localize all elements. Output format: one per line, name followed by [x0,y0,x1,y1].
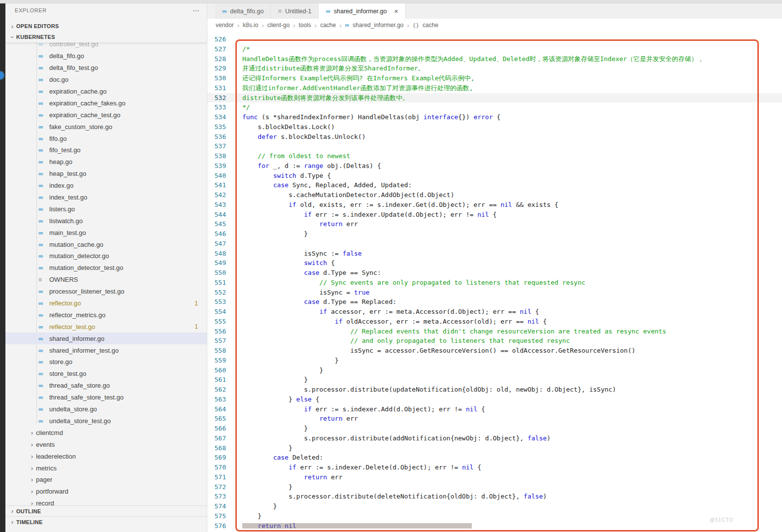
file-tree-item-shared_informer-go[interactable]: ∞shared_informer.go [5,332,207,344]
folder-tree-item-events[interactable]: ›events [5,438,207,450]
activity-bar[interactable] [0,3,5,532]
code-line-549[interactable]: 549 switch { [207,258,782,268]
code-line-540[interactable]: 540 switch d.Type { [207,171,782,181]
file-tree-item-listers-go[interactable]: ∞listers.go [5,203,207,215]
code-line-533[interactable]: 533*/ [207,102,782,112]
folder-tree-item-portforward[interactable]: ›portforward [5,486,207,498]
code-line-568[interactable]: 568 } [207,443,782,453]
file-tree-item-reflector_test-go[interactable]: ∞reflector_test.go1 [5,321,207,332]
code-line-547[interactable]: 547 [207,239,782,249]
file-tree-item-owners[interactable]: ≡OWNERS [5,274,207,286]
horizontal-scrollbar-thumb[interactable] [242,523,472,529]
file-tree-item-index-go[interactable]: ∞index.go [5,180,207,192]
code-line-569[interactable]: 569 case Deleted: [207,453,782,463]
code-line-571[interactable]: 571 return err [207,472,782,482]
code-line-538[interactable]: 538 // from oldest to newest [207,151,782,161]
code-line-567[interactable]: 567 s.processor.distribute(addNotificati… [207,433,782,443]
code-line-572[interactable]: 572 } [207,482,782,492]
breadcrumb-item-client-go[interactable]: client-go [267,22,290,29]
code-line-564[interactable]: 564 if err := s.indexer.Add(d.Object); e… [207,404,782,414]
file-tree-item-delta_fifo-go[interactable]: ∞delta_fifo.go [5,50,207,62]
file-tree-item-mutation_detector-go[interactable]: ∞mutation_detector.go [5,250,207,262]
code-line-530[interactable]: 530还记得Informers Example代码示例吗? 在Informers… [207,73,782,83]
code-line-539[interactable]: 539 for _, d := range obj.(Deltas) { [207,161,782,171]
code-line-541[interactable]: 541 case Sync, Replaced, Added, Updated: [207,180,782,190]
code-line-527[interactable]: 527/* [207,44,782,54]
tab-shared_informer-go[interactable]: ∞shared_informer.go× [319,3,405,19]
file-tree-item-delta_fifo_test-go[interactable]: ∞delta_fifo_test.go [5,62,207,74]
code-line-570[interactable]: 570 if err := s.indexer.Delete(d.Object)… [207,463,782,472]
code-line-526[interactable]: 526 [207,34,782,44]
code-line-565[interactable]: 565 return err [207,414,782,424]
code-line-542[interactable]: 542 s.cacheMutationDetector.AddObject(d.… [207,190,782,200]
breadcrumb-item-cache[interactable]: cache [320,22,336,29]
folder-tree-item-record[interactable]: ›record [5,498,207,505]
code-line-535[interactable]: 535 s.blockDeltas.Lock() [207,122,782,132]
file-tree-item-fifo-go[interactable]: ∞fifo.go [5,133,207,144]
code-line-556[interactable]: 556 // Replaced events that didn't chang… [207,327,782,336]
code-line-537[interactable]: 537 [207,141,782,151]
breadcrumb-item-tools[interactable]: tools [298,22,311,29]
file-tree-item-processor_listener_test-go[interactable]: ∞processor_listener_test.go [5,286,207,298]
file-tree-item-undelta_store_test-go[interactable]: ∞undelta_store_test.go [5,415,207,427]
code-line-558[interactable]: 558 isSync = accessor.GetResourceVersion… [207,346,782,356]
code-line-575[interactable]: 575 } [207,511,782,521]
breadcrumb-item-file[interactable]: shared_informer.go [353,22,403,29]
tab-untitled-1[interactable]: ≡Untitled-1 [271,3,319,19]
timeline-section[interactable]: › TIMELINE [5,516,207,527]
file-tree-item-heap_test-go[interactable]: ∞heap_test.go [5,168,207,180]
breadcrumb-item-symbol[interactable]: cache [423,22,438,29]
file-tree-item-controller_test-go[interactable]: ∞controller_test.go [5,42,207,50]
code-line-545[interactable]: 545 return err [207,219,782,229]
code-line-536[interactable]: 536 defer s.blockDeltas.Unlock() [207,132,782,142]
folder-tree-item-clientcmd[interactable]: ›clientcmd [5,427,207,438]
code-line-532[interactable]: 532distribute函数则将资源对象分发到该事件处理函数中。 [207,93,782,103]
code-line-573[interactable]: 573 s.processor.distribute(deleteNotific… [207,492,782,501]
folder-tree-item-leaderelection[interactable]: ›leaderelection [5,450,207,462]
file-tree-item-reflector-go[interactable]: ∞reflector.go1 [5,298,207,309]
file-tree-item-fifo_test-go[interactable]: ∞fifo_test.go [5,144,207,156]
close-icon[interactable]: × [394,7,398,15]
file-tree-item-expiration_cache-go[interactable]: ∞expiration_cache.go [5,86,207,98]
file-tree-item-undelta_store-go[interactable]: ∞undelta_store.go [5,403,207,415]
file-tree-item-thread_safe_store-go[interactable]: ∞thread_safe_store.go [5,380,207,392]
outline-section[interactable]: › OUTLINE [5,505,207,516]
code-line-550[interactable]: 550 case d.Type == Sync: [207,268,782,278]
file-tree-item-store_test-go[interactable]: ∞store_test.go [5,368,207,380]
file-tree-item-fake_custom_store-go[interactable]: ∞fake_custom_store.go [5,121,207,133]
folder-tree-item-metrics[interactable]: ›metrics [5,462,207,474]
tab-delta_fifo-go[interactable]: ∞delta_fifo.go [215,3,271,19]
file-tree-item-reflector_metrics-go[interactable]: ∞reflector_metrics.go [5,309,207,321]
code-line-566[interactable]: 566 } [207,424,782,433]
file-tree-item-main_test-go[interactable]: ∞main_test.go [5,227,207,238]
code-line-548[interactable]: 548 isSync := false [207,249,782,259]
code-line-562[interactable]: 562 s.processor.distribute(updateNotific… [207,385,782,395]
code-line-544[interactable]: 544 if err := s.indexer.Update(d.Object)… [207,210,782,220]
code-editor[interactable]: 526527/*528HandleDeltas函数作为process回调函数，当… [207,34,782,532]
code-line-543[interactable]: 543 if old, exists, err := s.indexer.Get… [207,200,782,210]
code-line-557[interactable]: 557 // and only propagated to listeners … [207,336,782,346]
open-editors-section[interactable]: › OPEN EDITORS [5,21,207,32]
file-tree-item-doc-go[interactable]: ∞doc.go [5,74,207,86]
file-tree-item-store-go[interactable]: ∞store.go [5,356,207,368]
code-line-555[interactable]: 555 if oldAccessor, err := meta.Accessor… [207,317,782,327]
file-tree-item-index_test-go[interactable]: ∞index_test.go [5,192,207,203]
kubernetes-section[interactable]: › KUBERNETES [5,32,207,42]
more-actions-icon[interactable]: ⋯ [193,6,200,14]
code-line-560[interactable]: 560 } [207,366,782,375]
code-line-553[interactable]: 553 case d.Type == Replaced: [207,297,782,307]
code-line-529[interactable]: 529并通过distribute函数将资源对象分发至SharedInformer… [207,64,782,73]
breadcrumb-item-vendor[interactable]: vendor [216,22,234,29]
folder-tree-item-pager[interactable]: ›pager [5,474,207,486]
code-line-528[interactable]: 528HandleDeltas函数作为process回调函数，当资源对象的操作类… [207,54,782,64]
code-line-574[interactable]: 574 } [207,501,782,511]
file-tree-item-shared_informer_test-go[interactable]: ∞shared_informer_test.go [5,344,207,356]
code-line-551[interactable]: 551 // Sync events are only propagated t… [207,278,782,288]
code-line-552[interactable]: 552 isSync = true [207,288,782,298]
code-line-563[interactable]: 563 } else { [207,395,782,404]
code-line-559[interactable]: 559 } [207,356,782,366]
code-line-531[interactable]: 531我们通过informer.AddEventHandler函数添加了对资源事… [207,83,782,93]
file-tree-item-heap-go[interactable]: ∞heap.go [5,156,207,168]
file-tree-item-thread_safe_store_test-go[interactable]: ∞thread_safe_store_test.go [5,392,207,403]
code-line-561[interactable]: 561 } [207,375,782,385]
